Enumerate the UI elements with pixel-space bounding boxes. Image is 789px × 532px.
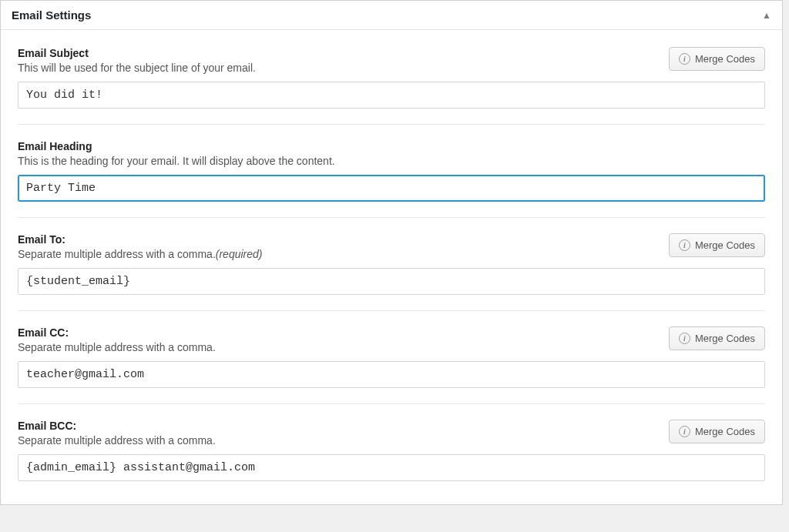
field-desc-bcc: Separate multiple address with a comma. <box>18 434 216 447</box>
email-to-input[interactable] <box>18 268 765 295</box>
panel-body: Email Subject This will be used for the … <box>1 30 782 504</box>
field-header: Email Subject This will be used for the … <box>18 47 765 74</box>
field-desc-to-required: (required) <box>216 248 263 260</box>
merge-codes-label: Merge Codes <box>695 239 755 251</box>
merge-codes-label: Merge Codes <box>695 426 755 437</box>
merge-codes-label: Merge Codes <box>695 53 755 65</box>
field-desc-to-prefix: Separate multiple address with a comma. <box>18 248 216 260</box>
field-desc-cc: Separate multiple address with a comma. <box>18 341 216 353</box>
merge-codes-button[interactable]: i Merge Codes <box>669 326 765 350</box>
field-label-cc: Email CC: <box>18 326 216 339</box>
field-email-to: Email To: Separate multiple address with… <box>18 233 765 311</box>
merge-codes-icon: i <box>679 53 690 65</box>
field-text: Email BCC: Separate multiple address wit… <box>18 420 216 447</box>
field-desc-heading: This is the heading for your email. It w… <box>18 155 335 167</box>
panel-header[interactable]: Email Settings ▲ <box>1 1 782 30</box>
merge-codes-icon: i <box>679 426 690 437</box>
email-subject-input[interactable] <box>18 82 765 109</box>
field-text: Email Subject This will be used for the … <box>18 47 256 74</box>
collapse-icon: ▲ <box>762 10 771 21</box>
field-text: Email Heading This is the heading for yo… <box>18 140 335 167</box>
field-header: Email To: Separate multiple address with… <box>18 233 765 260</box>
field-email-subject: Email Subject This will be used for the … <box>18 47 765 125</box>
email-settings-panel: Email Settings ▲ Email Subject This will… <box>0 0 783 505</box>
email-bcc-input[interactable] <box>18 454 765 481</box>
field-label-bcc: Email BCC: <box>18 420 216 432</box>
field-header: Email BCC: Separate multiple address wit… <box>18 420 765 447</box>
field-header: Email CC: Separate multiple address with… <box>18 326 765 353</box>
field-text: Email To: Separate multiple address with… <box>18 233 263 260</box>
merge-codes-button[interactable]: i Merge Codes <box>669 47 765 71</box>
merge-codes-button[interactable]: i Merge Codes <box>669 420 765 443</box>
field-desc-subject: This will be used for the subject line o… <box>18 62 256 74</box>
field-text: Email CC: Separate multiple address with… <box>18 326 216 353</box>
merge-codes-icon: i <box>679 333 690 344</box>
merge-codes-button[interactable]: i Merge Codes <box>669 233 765 257</box>
email-heading-input[interactable] <box>18 175 765 202</box>
field-desc-to: Separate multiple address with a comma.(… <box>18 248 263 260</box>
field-header: Email Heading This is the heading for yo… <box>18 140 765 167</box>
field-email-heading: Email Heading This is the heading for yo… <box>18 140 765 218</box>
merge-codes-label: Merge Codes <box>695 333 755 344</box>
field-email-bcc: Email BCC: Separate multiple address wit… <box>18 420 765 497</box>
email-cc-input[interactable] <box>18 361 765 388</box>
merge-codes-icon: i <box>679 239 690 251</box>
field-label-heading: Email Heading <box>18 140 335 152</box>
field-label-to: Email To: <box>18 233 263 246</box>
field-email-cc: Email CC: Separate multiple address with… <box>18 326 765 404</box>
field-label-subject: Email Subject <box>18 47 256 59</box>
panel-title: Email Settings <box>12 8 91 22</box>
